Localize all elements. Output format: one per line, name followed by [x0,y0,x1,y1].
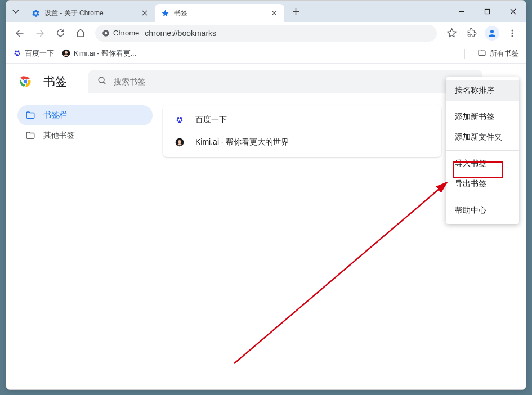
svg-point-8 [65,51,68,53]
menu-help[interactable]: 帮助中心 [446,200,519,221]
baidu-icon [13,49,21,59]
list-item[interactable]: Kimi.ai - 帮你看更大的世界 [163,131,441,154]
kimi-icon [174,138,185,147]
titlebar: 设置 - 关于 Chrome 书签 [6,1,526,22]
svg-point-4 [512,29,513,31]
svg-point-3 [490,30,494,33]
tab-search-button[interactable] [6,8,25,15]
sidebar-item-label: 书签栏 [43,110,67,120]
list-item-label: 百度一下 [195,115,227,125]
menu-sort-by-name[interactable]: 按名称排序 [446,80,519,101]
separator [446,150,519,151]
kimi-icon [62,49,70,59]
extensions-button[interactable] [463,24,481,42]
tab-title: 书签 [174,8,265,18]
folder-icon [25,110,35,120]
bookmark-baidu[interactable]: 百度一下 [13,49,54,59]
tab-title: 设置 - 关于 Chrome [44,8,136,18]
new-tab-button[interactable] [288,3,303,19]
bookmark-label: 百度一下 [25,49,54,59]
list-item-label: Kimi.ai - 帮你看更大的世界 [195,137,289,147]
svg-point-5 [512,32,513,34]
chrome-icon [102,29,110,37]
sidebar-item-bookmarks-bar[interactable]: 书签栏 [17,105,153,125]
bookmark-list: 百度一下 Kimi.ai - 帮你看更大的世界 [163,105,441,157]
avatar-icon [485,26,499,41]
folder-icon [477,48,486,59]
menu-add-folder[interactable]: 添加新文件夹 [446,127,519,147]
search-input[interactable] [114,77,473,86]
folder-icon [25,131,35,141]
bookmark-star-button[interactable] [442,24,461,42]
search-wrapper [88,70,482,93]
star-icon [160,8,169,17]
separator [446,104,519,104]
url-text: chrome://bookmarks [145,29,216,38]
separator [464,49,465,59]
all-bookmarks-label: 所有书签 [490,49,519,59]
context-menu: 按名称排序 添加新书签 添加新文件夹 导入书签 导出书签 帮助中心 [446,77,519,224]
svg-rect-0 [485,9,489,14]
close-window-button[interactable] [500,1,526,22]
toolbar: Chrome chrome://bookmarks [6,22,526,44]
browser-window: 设置 - 关于 Chrome 书签 [6,0,526,390]
chrome-logo-icon [17,74,33,89]
close-icon[interactable] [270,8,279,17]
sidebar: 书签栏 其他书签 [17,102,153,389]
search-box[interactable] [88,70,482,93]
bookmark-label: Kimi.ai - 帮你看更... [74,49,136,59]
svg-point-14 [178,140,181,143]
window-controls [448,1,526,22]
tab-settings[interactable]: 设置 - 关于 Chrome [25,4,155,22]
search-icon [97,76,107,88]
menu-add-bookmark[interactable]: 添加新书签 [446,107,519,127]
bookmark-kimi[interactable]: Kimi.ai - 帮你看更... [62,49,136,59]
sidebar-item-label: 其他书签 [43,131,75,141]
all-bookmarks-button[interactable]: 所有书签 [477,48,519,59]
back-button[interactable] [11,24,29,42]
chip-label: Chrome [113,29,139,37]
forward-button[interactable] [31,24,49,42]
list-item[interactable]: 百度一下 [163,109,441,131]
svg-point-6 [512,35,513,37]
gear-icon [31,8,40,17]
menu-import-bookmarks[interactable]: 导入书签 [446,154,519,174]
tab-bookmarks[interactable]: 书签 [155,4,284,22]
page-title: 书签 [43,74,67,89]
site-chip: Chrome [102,29,139,37]
minimize-button[interactable] [448,1,474,22]
svg-point-2 [105,32,108,34]
bookmarks-bar: 百度一下 Kimi.ai - 帮你看更... 所有书签 [6,44,526,64]
omnibox[interactable]: Chrome chrome://bookmarks [95,25,437,42]
menu-button[interactable] [503,24,521,42]
profile-button[interactable] [483,24,501,42]
sidebar-item-other-bookmarks[interactable]: 其他书签 [17,125,153,146]
menu-export-bookmarks[interactable]: 导出书签 [446,174,519,194]
maximize-button[interactable] [474,1,500,22]
baidu-icon [174,115,185,124]
close-icon[interactable] [140,8,149,17]
separator [446,197,519,198]
reload-button[interactable] [51,24,69,42]
home-button[interactable] [71,24,90,42]
